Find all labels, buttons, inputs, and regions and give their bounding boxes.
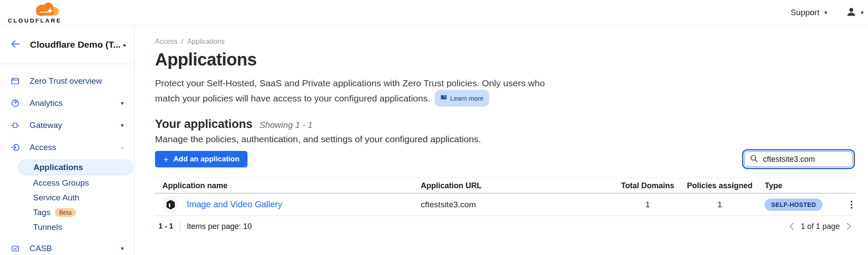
account-switcher: Cloudflare Demo (T... ▸ <box>0 26 134 64</box>
account-name[interactable]: Cloudflare Demo (T... <box>30 39 123 50</box>
chevron-down-icon: ▼ <box>823 10 828 15</box>
policies-assigned-cell: 1 <box>675 200 765 209</box>
window-icon <box>11 77 20 85</box>
breadcrumb-access[interactable]: Access <box>155 38 178 46</box>
sidebar-item-label: Gateway <box>30 121 62 130</box>
sidebar-item-label: Zero Trust overview <box>30 76 102 86</box>
applications-table: Application name Application URL Total D… <box>155 178 855 216</box>
casb-icon <box>11 244 20 253</box>
chevron-down-icon: ▼ <box>120 101 125 106</box>
section-subtitle: Manage the policies, authentication, and… <box>155 134 855 144</box>
sidebar-item-access-groups[interactable]: Access Groups <box>0 176 134 190</box>
toolbar: + Add an application <box>155 151 855 167</box>
sidebar-item-casb[interactable]: CASB ▼ <box>0 237 134 255</box>
main-content: Access / Applications Applications Prote… <box>135 26 868 255</box>
section-header: Your applications Showing 1 - 1 <box>155 118 855 131</box>
page-title: Applications <box>155 50 855 69</box>
sidebar-item-service-auth[interactable]: Service Auth <box>0 190 134 205</box>
sidebar-subitem-label: Tags <box>33 208 50 217</box>
result-range: 1 - 1 <box>155 222 173 231</box>
items-per-page: Items per page: 10 <box>187 222 252 231</box>
gateway-icon <box>11 121 20 130</box>
sidebar-subitem-label: Service Auth <box>33 193 79 203</box>
application-name-cell: Image and Video Gallery <box>155 196 421 213</box>
sidebar-subitem-label: Tunnels <box>33 222 62 232</box>
sidebar-item-label: Access <box>30 143 56 152</box>
sidebar-item-applications[interactable]: Applications <box>17 160 133 175</box>
chevron-up-icon: ▲ <box>120 145 125 150</box>
breadcrumb-applications: Applications <box>187 38 224 46</box>
footer-divider <box>180 221 180 232</box>
column-policies-assigned: Policies assigned <box>675 181 765 190</box>
topbar-right: Support ▼ ▼ <box>791 7 865 19</box>
sidebar-item-zero-trust-overview[interactable]: Zero Trust overview <box>0 70 134 92</box>
total-domains-cell: 1 <box>620 200 675 209</box>
beta-badge: Beta <box>55 208 76 217</box>
learn-more-badge[interactable]: Learn more <box>435 90 489 107</box>
section-title: Your applications <box>155 118 253 131</box>
chevron-down-icon: ▼ <box>860 10 865 15</box>
page-body: Cloudflare Demo (T... ▸ Zero Trust overv… <box>0 26 868 255</box>
pie-chart-icon <box>11 99 20 108</box>
column-application-url: Application URL <box>421 181 620 190</box>
page-status: 1 of 1 page <box>801 222 840 231</box>
search-input[interactable] <box>762 154 847 164</box>
learn-more-label: Learn more <box>450 92 484 105</box>
book-icon <box>440 92 447 105</box>
support-label: Support <box>791 8 820 17</box>
sidebar-item-analytics[interactable]: Analytics ▼ <box>0 92 134 114</box>
column-type: Type <box>765 181 847 190</box>
support-menu[interactable]: Support ▼ <box>791 8 828 17</box>
search-icon <box>750 154 758 164</box>
column-total-domains: Total Domains <box>620 181 675 190</box>
showing-count: Showing 1 - 1 <box>260 120 313 130</box>
back-arrow-icon[interactable] <box>10 39 20 51</box>
sidebar-subitem-label: Access Groups <box>33 178 89 188</box>
application-url-cell: cftestsite3.com <box>421 200 620 209</box>
next-page-icon[interactable] <box>846 222 852 231</box>
cloudflare-zero-trust-dashboard: CLOUDFLARE Support ▼ ▼ <box>0 0 868 255</box>
sidebar-item-gateway[interactable]: Gateway ▼ <box>0 114 134 136</box>
type-cell: SELF-HOSTED <box>765 199 847 211</box>
add-application-button[interactable]: + Add an application <box>155 151 248 167</box>
previous-page-icon[interactable] <box>789 222 794 231</box>
add-application-label: Add an application <box>173 155 239 163</box>
sidebar: Cloudflare Demo (T... ▸ Zero Trust overv… <box>0 26 135 255</box>
brand-wordmark: CLOUDFLARE <box>8 17 62 24</box>
breadcrumb-separator: / <box>182 38 183 46</box>
chevron-down-icon: ▼ <box>120 123 125 128</box>
cloudflare-logo[interactable]: CLOUDFLARE <box>8 1 62 24</box>
sidebar-item-label: Analytics <box>30 98 63 108</box>
page-description: Protect your Self-Hosted, SaaS and Priva… <box>155 76 546 107</box>
description-line1: Protect your Self-Hosted, SaaS and Priva… <box>155 78 545 88</box>
topbar: CLOUDFLARE Support ▼ ▼ <box>0 0 868 26</box>
account-expand-icon[interactable]: ▸ <box>123 42 126 48</box>
pagination: 1 of 1 page <box>789 222 855 231</box>
table-footer: 1 - 1 Items per page: 10 1 of 1 page <box>155 221 855 232</box>
sidebar-subitem-label: Applications <box>33 163 83 172</box>
type-badge: SELF-HOSTED <box>765 199 822 211</box>
sidebar-item-tunnels[interactable]: Tunnels <box>0 220 134 235</box>
cloudflare-cloud-icon <box>32 1 62 17</box>
user-icon <box>846 7 856 19</box>
breadcrumb: Access / Applications <box>155 38 855 46</box>
description-line2: match your policies will have access to … <box>155 93 430 103</box>
table-header-row: Application name Application URL Total D… <box>155 178 855 193</box>
sidebar-item-label: CASB <box>30 244 52 253</box>
application-link[interactable]: Image and Video Gallery <box>187 199 282 209</box>
chevron-down-icon: ▼ <box>120 246 125 251</box>
plus-icon: + <box>163 155 168 164</box>
access-icon <box>11 143 20 152</box>
sidebar-item-access[interactable]: Access ▲ <box>0 136 134 158</box>
application-cube-icon <box>162 196 179 213</box>
user-menu[interactable]: ▼ <box>846 7 865 19</box>
search-box <box>744 151 853 167</box>
access-sub-list: Applications Access Groups Service Auth … <box>0 160 134 235</box>
row-actions-kebab-icon[interactable] <box>847 199 856 211</box>
column-application-name: Application name <box>155 181 421 190</box>
sidebar-item-tags[interactable]: Tags Beta <box>0 205 134 220</box>
sidebar-nav: Zero Trust overview Analytics ▼ <box>0 70 134 255</box>
table-row: Image and Video Gallery cftestsite3.com … <box>155 193 855 216</box>
